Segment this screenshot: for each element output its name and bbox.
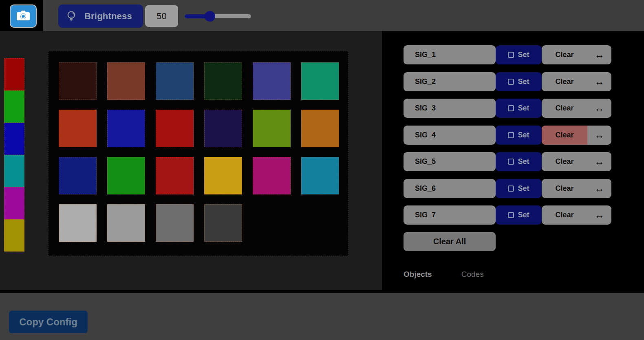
signal-row: SIG_2 Set Clear ↔ (404, 72, 611, 91)
camera-block (0, 0, 43, 33)
signal-row: SIG_1 Set Clear ↔ (404, 45, 611, 64)
color-patch (301, 62, 339, 100)
color-patch (253, 110, 291, 147)
camera-view[interactable] (0, 31, 382, 290)
color-patch (107, 157, 145, 194)
swap-arrow-icon[interactable]: ↔ (587, 72, 611, 91)
signal-name-field[interactable]: SIG_5 (404, 152, 496, 171)
color-patch (59, 62, 97, 100)
swap-arrow-icon[interactable]: ↔ (587, 205, 611, 225)
camera-icon (15, 9, 31, 23)
color-patch (156, 62, 194, 100)
signal-row: SIG_6 Set Clear ↔ (404, 179, 611, 198)
signal-row: SIG_4 Set Clear ↔ (404, 126, 611, 145)
signal-name-field[interactable]: SIG_6 (404, 179, 496, 198)
clear-button[interactable]: Clear (542, 72, 587, 91)
clear-button[interactable]: Clear (542, 99, 587, 118)
brightness-value-field[interactable]: 50 (145, 5, 178, 27)
clear-button[interactable]: Clear (542, 152, 587, 171)
swap-arrow-icon[interactable]: ↔ (587, 179, 611, 198)
clear-group: Clear ↔ (542, 126, 611, 145)
checkbox-icon (508, 52, 514, 58)
color-patch (301, 110, 339, 147)
signal-name-field[interactable]: SIG_2 (404, 72, 496, 91)
checkbox-icon (508, 105, 514, 111)
lightbulb-icon (66, 10, 77, 23)
clear-all-button[interactable]: Clear All (404, 232, 496, 251)
brightness-label: Brightness (84, 11, 132, 22)
signal-name-field[interactable]: SIG_1 (404, 45, 496, 64)
set-button[interactable]: Set (496, 152, 542, 171)
signal-row: SIG_7 Set Clear ↔ (404, 205, 611, 225)
slider-thumb[interactable] (205, 11, 215, 22)
set-button[interactable]: Set (496, 205, 542, 225)
color-patch (204, 204, 242, 242)
color-patch (156, 157, 194, 194)
signals-panel: SIG_1 Set Clear ↔ SIG_2 Set Clear ↔ SIG_… (382, 31, 644, 290)
color-patch (107, 204, 145, 242)
checkbox-icon (508, 79, 514, 85)
copy-config-button[interactable]: Copy Config (9, 311, 88, 333)
panel-tabs: Objects Codes (404, 270, 484, 279)
swap-arrow-icon[interactable]: ↔ (587, 99, 611, 118)
clear-group: Clear ↔ (542, 72, 611, 91)
clear-group: Clear ↔ (542, 179, 611, 198)
brightness-slider[interactable] (185, 11, 251, 22)
set-button[interactable]: Set (496, 72, 542, 91)
strip-color-cell (4, 123, 24, 155)
tab-codes[interactable]: Codes (461, 270, 484, 279)
strip-color-cell (4, 219, 24, 252)
camera-capture-button[interactable] (10, 4, 37, 28)
checkbox-icon (508, 132, 514, 138)
brightness-button[interactable]: Brightness (58, 4, 143, 28)
color-checker-board (48, 51, 348, 256)
toolbar: Brightness 50 (0, 0, 644, 31)
swap-arrow-icon[interactable]: ↔ (587, 45, 611, 64)
color-patch (107, 62, 145, 100)
checkbox-icon (508, 185, 514, 192)
signal-name-field[interactable]: SIG_3 (404, 99, 496, 118)
strip-color-cell (4, 187, 24, 219)
signal-row: SIG_3 Set Clear ↔ (404, 99, 611, 118)
strip-color-cell (4, 155, 24, 187)
color-patch (253, 62, 291, 100)
color-patch (204, 157, 242, 194)
checkbox-icon (508, 212, 514, 218)
clear-group: Clear ↔ (542, 99, 611, 118)
color-patch (59, 157, 97, 194)
signal-name-field[interactable]: SIG_7 (404, 205, 496, 225)
tab-objects[interactable]: Objects (404, 270, 432, 279)
clear-button[interactable]: Clear (542, 179, 587, 198)
strip-color-cell (4, 91, 24, 123)
color-patch (204, 62, 242, 100)
color-patch (59, 110, 97, 147)
set-button[interactable]: Set (496, 99, 542, 118)
footer-bar: Copy Config (0, 293, 644, 340)
strip-color-cell (4, 58, 24, 91)
clear-group: Clear ↔ (542, 45, 611, 64)
clear-group: Clear ↔ (542, 205, 611, 225)
color-patch (107, 110, 145, 147)
set-button[interactable]: Set (496, 126, 542, 145)
swap-arrow-icon[interactable]: ↔ (587, 152, 611, 171)
empty-patch-slot (301, 204, 339, 242)
color-patch (301, 157, 339, 194)
color-patch (59, 204, 97, 242)
clear-group: Clear ↔ (542, 152, 611, 171)
clear-button[interactable]: Clear (542, 126, 587, 145)
signal-row: SIG_5 Set Clear ↔ (404, 152, 611, 171)
checkbox-icon (508, 159, 514, 165)
clear-button[interactable]: Clear (542, 205, 587, 225)
set-button[interactable]: Set (496, 179, 542, 198)
color-patch (156, 110, 194, 147)
color-patch (253, 157, 291, 194)
empty-patch-slot (253, 204, 291, 242)
color-patch (156, 204, 194, 242)
reference-color-strip (4, 58, 24, 252)
signal-name-field[interactable]: SIG_4 (404, 126, 496, 145)
clear-button[interactable]: Clear (542, 45, 587, 64)
set-button[interactable]: Set (496, 45, 542, 64)
color-patch (204, 110, 242, 147)
swap-arrow-icon[interactable]: ↔ (587, 126, 611, 145)
